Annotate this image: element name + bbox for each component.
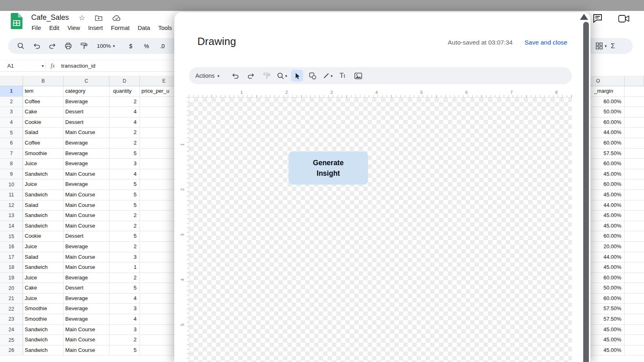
cell-empty[interactable] — [625, 138, 644, 149]
paint-format-icon[interactable] — [261, 70, 273, 82]
cell-margin[interactable]: 45.00% — [591, 169, 625, 180]
cell-item[interactable]: Juice — [23, 294, 64, 304]
cell-quantity[interactable]: 2 — [109, 211, 140, 221]
cell-empty[interactable] — [625, 273, 644, 283]
row-number[interactable]: 19 — [0, 273, 23, 283]
cell-category[interactable]: Main Course — [64, 345, 109, 356]
cell-empty[interactable] — [625, 252, 644, 263]
cell-quantity[interactable]: 5 — [109, 345, 140, 356]
redo-icon[interactable] — [47, 41, 58, 51]
menu-insert[interactable]: Insert — [84, 23, 107, 32]
cell-quantity[interactable]: 4 — [109, 294, 140, 304]
cell-category[interactable]: Main Course — [64, 128, 109, 138]
cell-quantity[interactable]: 1 — [109, 262, 140, 273]
functions-sigma-icon[interactable]: Σ — [611, 42, 615, 50]
cell-margin[interactable]: 45.00% — [591, 262, 625, 273]
cell-item[interactable]: Salad — [23, 200, 64, 211]
cell-category[interactable]: Dessert — [64, 107, 109, 117]
cell-item[interactable]: Sandwich — [23, 345, 64, 356]
cell-empty[interactable] — [625, 314, 644, 325]
row-number[interactable]: 10 — [0, 179, 23, 190]
cell-item[interactable]: Cake — [23, 107, 64, 117]
cell-quantity[interactable]: 5 — [109, 200, 140, 211]
row-number[interactable]: 17 — [0, 252, 23, 263]
cell-category[interactable]: Beverage — [64, 294, 109, 304]
cell-category[interactable]: Beverage — [64, 97, 109, 107]
name-box[interactable]: A1▾ — [0, 63, 44, 69]
cell-empty[interactable] — [625, 294, 644, 304]
comments-icon[interactable] — [592, 13, 603, 24]
cell-quantity[interactable]: 2 — [109, 97, 140, 107]
cell-empty[interactable] — [625, 86, 644, 97]
cell-empty[interactable] — [625, 97, 644, 107]
cell-empty[interactable] — [625, 345, 644, 356]
menu-edit[interactable]: Edit — [45, 23, 63, 32]
cell-quantity[interactable]: 5 — [109, 179, 140, 190]
document-title[interactable]: Cafe_Sales — [31, 13, 69, 22]
cell-category[interactable]: Dessert — [64, 117, 109, 128]
cell-category[interactable]: Beverage — [64, 242, 109, 252]
cell-quantity[interactable]: 4 — [109, 169, 140, 180]
paint-format-icon[interactable] — [79, 41, 89, 51]
cell-quantity[interactable]: 2 — [109, 273, 140, 283]
cell-empty[interactable] — [625, 221, 644, 232]
cell-category[interactable]: Beverage — [64, 179, 109, 190]
zoom-tool[interactable]: ▾ — [277, 72, 287, 80]
cell-empty[interactable] — [625, 262, 644, 273]
cell-quantity[interactable]: 2 — [109, 221, 140, 232]
column-header-next[interactable] — [625, 76, 644, 86]
cell-empty[interactable] — [625, 304, 644, 314]
cell-quantity[interactable]: 4 — [109, 314, 140, 325]
cell-category[interactable]: Main Course — [64, 190, 109, 200]
cell-quantity[interactable]: 4 — [109, 107, 140, 117]
cell-category[interactable]: Beverage — [64, 304, 109, 314]
cell-quantity[interactable]: 5 — [109, 231, 140, 242]
row-number[interactable]: 7 — [0, 149, 23, 159]
cell-item[interactable]: Smoothie — [23, 149, 64, 159]
cell-quantity[interactable]: 3 — [109, 304, 140, 314]
row-number[interactable]: 8 — [0, 159, 23, 169]
format-currency-button[interactable]: $ — [126, 41, 136, 51]
row-number[interactable]: 12 — [0, 200, 23, 211]
cell-category[interactable]: Beverage — [64, 273, 109, 283]
cell-quantity[interactable]: 3 — [109, 252, 140, 263]
row-number[interactable]: 26 — [0, 345, 23, 356]
cell-item[interactable]: Juice — [23, 159, 64, 169]
cell-item[interactable]: Sandwich — [23, 325, 64, 335]
cell-category[interactable]: Main Course — [64, 221, 109, 232]
video-call-icon[interactable] — [618, 15, 630, 23]
select-all-corner[interactable] — [0, 76, 23, 86]
row-number[interactable]: 5 — [0, 128, 23, 138]
cell-category[interactable]: Dessert — [64, 231, 109, 242]
cell-item[interactable]: Sandwich — [23, 169, 64, 180]
cell-margin[interactable]: 45.00% — [591, 211, 625, 221]
cell-quantity[interactable]: 5 — [109, 149, 140, 159]
row-number[interactable]: 14 — [0, 221, 23, 232]
cell-margin[interactable]: 44.00% — [591, 252, 625, 263]
row-number[interactable]: 20 — [0, 283, 23, 294]
cell-category[interactable]: Beverage — [64, 159, 109, 169]
cell-item[interactable]: Sandwich — [23, 221, 64, 232]
cell-empty[interactable] — [625, 283, 644, 294]
menu-file[interactable]: File — [28, 23, 45, 32]
cell-item[interactable]: Cake — [23, 283, 64, 294]
cell-quantity[interactable]: 2 — [109, 242, 140, 252]
cell-empty[interactable] — [625, 117, 644, 128]
cell-quantity[interactable]: 3 — [109, 325, 140, 335]
menu-view[interactable]: View — [63, 23, 84, 32]
row-number[interactable]: 2 — [0, 97, 23, 107]
cell-category[interactable]: Beverage — [64, 138, 109, 149]
cell-margin[interactable]: 20.00% — [591, 242, 625, 252]
format-percent-button[interactable]: % — [141, 41, 152, 51]
row-number[interactable]: 24 — [0, 325, 23, 335]
column-header-B[interactable]: B — [23, 76, 64, 86]
cell-quantity[interactable]: 4 — [109, 117, 140, 128]
row-number[interactable]: 23 — [0, 314, 23, 325]
cell-item[interactable]: Sandwich — [23, 211, 64, 221]
row-number[interactable]: 6 — [0, 138, 23, 149]
cell-item[interactable]: tem — [23, 86, 64, 97]
cell-item[interactable]: Cookie — [23, 231, 64, 242]
cell-quantity[interactable]: 3 — [109, 159, 140, 169]
cell-margin[interactable]: 60.00% — [591, 159, 625, 169]
cell-quantity[interactable]: 5 — [109, 190, 140, 200]
